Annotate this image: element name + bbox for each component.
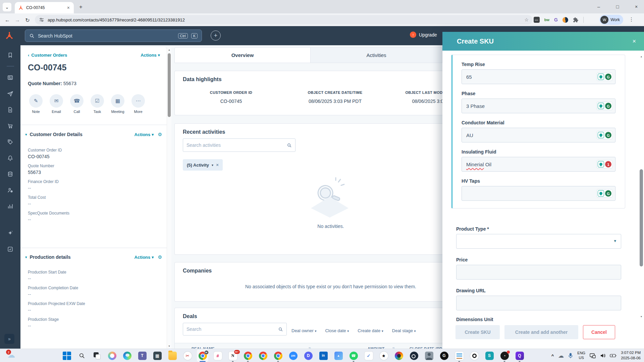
teams-icon[interactable]: T [138, 349, 147, 362]
scrollbar-thumb[interactable] [168, 53, 171, 117]
data-management-icon[interactable] [5, 168, 16, 180]
powertoys-icon[interactable] [394, 349, 403, 362]
task-view-icon[interactable] [93, 349, 101, 362]
reporting-icon[interactable] [5, 200, 16, 212]
task-button[interactable]: ☑Task [89, 94, 105, 114]
logitech-g-icon[interactable]: G [440, 349, 448, 362]
swirl-extension-icon[interactable] [562, 17, 568, 23]
edge-icon[interactable] [123, 349, 131, 362]
grammarly-extension-icon[interactable]: G [554, 17, 558, 22]
microphone-icon[interactable] [568, 353, 573, 358]
search-activities-field[interactable] [186, 142, 287, 148]
chrome-icon[interactable]: W [198, 349, 207, 362]
weather-widget[interactable]: ☁ 2 [5, 350, 19, 361]
forward-button[interactable]: → [13, 16, 21, 24]
tab-close-icon[interactable]: × [66, 5, 70, 10]
notion-icon[interactable]: N99+ [228, 349, 237, 362]
window-minimize-button[interactable]: – [594, 4, 604, 9]
back-button[interactable]: ← [3, 16, 11, 24]
bookmark-star-icon[interactable]: ☆ [524, 17, 529, 22]
scroll-down-icon[interactable]: ▼ [639, 315, 643, 318]
chrome-profile-4-icon[interactable] [274, 349, 282, 362]
workspace-icon[interactable] [5, 243, 16, 255]
more-button[interactable]: ⋯More [130, 94, 146, 114]
grammarly-badge-icon[interactable]: G [605, 74, 611, 80]
breadcrumb[interactable]: ‹Customer Orders [28, 53, 67, 58]
scroll-up-icon[interactable]: ▲ [167, 49, 171, 51]
deals-search-input[interactable] [183, 323, 287, 336]
profile-photo-icon[interactable] [425, 349, 433, 362]
address-bar[interactable]: app.hubspot.com/contacts/45016779/record… [35, 15, 533, 24]
gear-icon[interactable]: ⚙ [158, 254, 162, 260]
close-date-filter[interactable]: Close date ▾ [325, 328, 349, 333]
meeting-button[interactable]: ▦Meeting [110, 94, 126, 114]
hv-taps-input[interactable]: G [462, 186, 615, 201]
calculator-icon[interactable]: ▦ [153, 349, 162, 362]
window-close-button[interactable]: × [631, 4, 641, 9]
compose-extension-icon[interactable] [598, 161, 604, 168]
panel-close-icon[interactable]: × [632, 38, 636, 45]
whatsapp-icon[interactable]: ☎ [349, 349, 358, 362]
slack-icon[interactable]: # [213, 349, 222, 362]
bookmarks-icon[interactable] [5, 49, 16, 61]
activity-filter-chip[interactable]: (5) Activity ▾ × [183, 159, 223, 171]
chrome-profile-2-icon[interactable] [244, 349, 252, 362]
marketing-icon[interactable] [5, 88, 16, 99]
browser-menu-icon[interactable]: ⋮ [629, 16, 634, 22]
battery-icon[interactable] [610, 354, 616, 358]
compose-extension-icon[interactable] [598, 132, 604, 138]
chrome-profile-3-icon[interactable] [259, 349, 267, 362]
temp-rise-input[interactable]: 65 G [462, 69, 615, 84]
file-explorer-icon[interactable] [168, 349, 177, 362]
linkedin-icon[interactable]: in [319, 349, 328, 362]
compose-extension-icon[interactable] [598, 74, 604, 80]
commerce-icon[interactable] [5, 120, 16, 131]
conductor-material-input[interactable]: AU G [462, 128, 615, 142]
window-maximize-button[interactable]: □ [612, 4, 623, 9]
price-input[interactable] [456, 265, 621, 280]
automations-icon[interactable] [5, 184, 16, 196]
steam-icon[interactable] [410, 349, 418, 362]
start-button[interactable] [62, 349, 71, 362]
deal-owner-filter[interactable]: Deal owner ▾ [291, 328, 316, 333]
grammarly-badge-icon[interactable]: G [605, 132, 611, 138]
record-actions-dropdown[interactable]: Actions ▾ [141, 53, 160, 58]
upgrade-button[interactable]: ↑ Upgrade [410, 32, 437, 38]
product-type-select[interactable]: ▾ [456, 234, 621, 249]
section-collapse-icon[interactable]: ▾ [25, 255, 27, 259]
obs-icon[interactable]: ◔ [500, 349, 509, 362]
tab-activities[interactable]: Activities [311, 48, 442, 63]
copilot-icon[interactable] [108, 349, 116, 362]
chip-remove-icon[interactable]: × [216, 162, 219, 168]
taskbar-search-icon[interactable] [77, 349, 86, 362]
scroll-up-icon[interactable]: ▲ [639, 55, 643, 58]
todo-icon[interactable]: ✓ [364, 349, 373, 362]
deals-search-field[interactable] [186, 326, 278, 332]
volume-icon[interactable] [600, 353, 605, 358]
site-settings-icon[interactable] [39, 17, 44, 22]
crm-icon[interactable] [5, 72, 16, 83]
search-activities-input[interactable] [183, 138, 296, 152]
discord-icon[interactable]: D [304, 349, 313, 362]
zoom-icon[interactable]: zm [289, 349, 298, 362]
create-and-add-another-button[interactable]: Create and add another [504, 325, 578, 339]
note-button[interactable]: ✎Note [28, 94, 44, 114]
chatgpt-icon[interactable]: * [379, 349, 388, 362]
hubspot-search-bar[interactable]: Search HubSpot Ctrl K [25, 29, 202, 42]
sidebar-scrollbar[interactable]: ▲ ▼ [167, 47, 171, 349]
phase-input[interactable]: 3 Phase G [462, 99, 615, 113]
grammarly-badge-icon[interactable]: G [605, 103, 611, 109]
insulating-fluid-input[interactable]: Minerial Oil 1 [462, 157, 615, 172]
grammarly-badge-icon[interactable]: G [605, 190, 611, 197]
sales-icon[interactable] [5, 136, 16, 147]
cancel-button[interactable]: Cancel [583, 325, 615, 339]
gear-icon[interactable]: ⚙ [158, 132, 162, 137]
panel-scrollbar[interactable]: ▲ ▼ [639, 55, 643, 318]
q-app-icon[interactable]: Q [515, 349, 524, 362]
scrollbar-thumb[interactable] [640, 169, 643, 266]
snipping-tool-icon[interactable]: ✂ [183, 349, 192, 362]
create-sku-button[interactable]: Create SKU [455, 325, 500, 339]
surfshark-icon[interactable]: S [485, 349, 494, 362]
language-indicator[interactable]: ENG US [577, 351, 585, 360]
tray-chevron-icon[interactable]: ^ [551, 353, 554, 358]
